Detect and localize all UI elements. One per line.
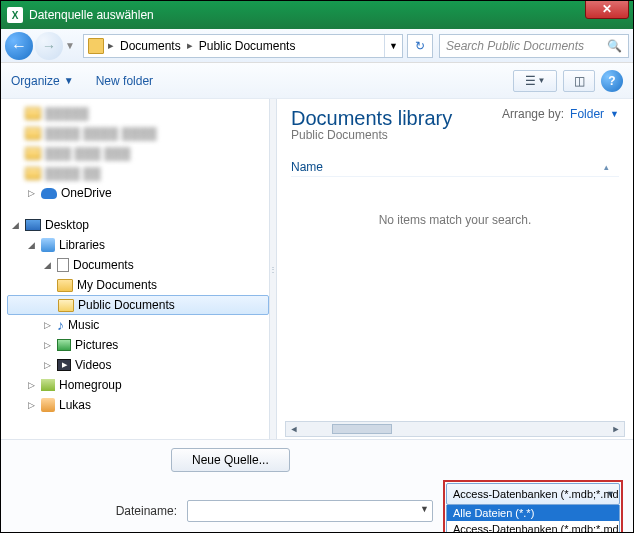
organize-menu[interactable]: Organize ▼ — [11, 74, 74, 88]
filename-input[interactable]: ▼ — [187, 500, 433, 522]
chevron-right-icon[interactable]: ▸ — [108, 39, 114, 52]
excel-icon: X — [7, 7, 23, 23]
tree-item-desktop[interactable]: ◢Desktop — [7, 215, 269, 235]
tree-label: Videos — [75, 358, 111, 372]
help-button[interactable]: ? — [601, 70, 623, 92]
library-subtitle: Public Documents — [291, 128, 452, 142]
expand-toggle[interactable]: ▷ — [25, 188, 37, 198]
folder-icon — [57, 279, 73, 292]
organize-label: Organize — [11, 74, 60, 88]
arrow-right-icon: → — [42, 38, 56, 54]
tree-item[interactable]: ▓▓▓▓ ▓▓▓▓ ▓▓▓▓ — [7, 123, 269, 143]
expand-toggle[interactable]: ◢ — [41, 260, 53, 270]
filetype-option[interactable]: Alle Dateien (*.*) — [447, 505, 619, 521]
scroll-left-icon[interactable]: ◄ — [286, 424, 302, 434]
breadcrumb-item[interactable]: Documents — [118, 39, 183, 53]
folder-open-icon — [58, 299, 74, 312]
folder-icon — [25, 167, 41, 180]
window-title: Datenquelle auswählen — [29, 8, 154, 22]
breadcrumb[interactable]: ▸ Documents ▸ Public Documents ▼ — [83, 34, 403, 58]
scrollbar-thumb[interactable] — [332, 424, 392, 434]
tree-item-documents[interactable]: ◢Documents — [7, 255, 269, 275]
bottom-panel: Neue Quelle... Dateiname: ▼ Access-Daten… — [1, 439, 633, 533]
expand-toggle[interactable]: ▷ — [41, 360, 53, 370]
folder-icon — [25, 107, 41, 120]
tree-label: Homegroup — [59, 378, 122, 392]
scroll-right-icon[interactable]: ► — [608, 424, 624, 434]
titlebar: X Datenquelle auswählen ✕ — [1, 1, 633, 29]
column-name-label: Name — [291, 160, 323, 174]
tree-label: Desktop — [45, 218, 89, 232]
document-icon — [57, 258, 69, 272]
filetype-highlight: Access-Datenbanken (*.mdb;*.mde;*.accdb)… — [443, 480, 623, 533]
tree-item-libraries[interactable]: ◢Libraries — [7, 235, 269, 255]
horizontal-scrollbar[interactable]: ◄ ► — [285, 421, 625, 437]
onedrive-icon — [41, 188, 57, 199]
filetype-option[interactable]: Access-Datenbanken (*.mdb;*.mde;*.accdb) — [447, 521, 619, 533]
refresh-button[interactable]: ↻ — [407, 34, 433, 58]
column-header-name[interactable]: Name ▴ — [291, 158, 619, 177]
file-list-pane: Documents library Public Documents Arran… — [277, 99, 633, 439]
list-view-icon: ☰ — [525, 74, 536, 88]
sort-indicator-icon: ▴ — [604, 162, 609, 172]
search-input[interactable]: Search Public Documents 🔍 — [439, 34, 629, 58]
chevron-down-icon: ▼ — [606, 489, 615, 499]
expand-toggle[interactable]: ▷ — [41, 340, 53, 350]
expand-toggle[interactable]: ▷ — [41, 320, 53, 330]
close-button[interactable]: ✕ — [585, 0, 629, 19]
desktop-icon — [25, 219, 41, 231]
chevron-down-icon: ▼ — [64, 75, 74, 86]
expand-toggle[interactable]: ▷ — [25, 380, 37, 390]
chevron-down-icon[interactable]: ▼ — [420, 504, 429, 514]
libraries-icon — [41, 238, 55, 252]
new-folder-button[interactable]: New folder — [96, 74, 153, 88]
videos-icon: ▶ — [57, 359, 71, 371]
folder-icon — [25, 127, 41, 140]
arrange-by-dropdown[interactable]: Arrange by: Folder ▼ — [502, 107, 619, 121]
preview-pane-icon: ◫ — [574, 74, 585, 88]
tree-item-onedrive[interactable]: ▷OneDrive — [7, 183, 269, 203]
tree-label: Pictures — [75, 338, 118, 352]
music-icon: ♪ — [57, 318, 64, 332]
chevron-down-icon: ▼ — [389, 41, 398, 51]
close-icon: ✕ — [602, 2, 612, 16]
tree-label: Lukas — [59, 398, 91, 412]
tree-item-videos[interactable]: ▷▶Videos — [7, 355, 269, 375]
filetype-option-list: Alle Dateien (*.*) Access-Datenbanken (*… — [446, 505, 620, 533]
tree-item-music[interactable]: ▷♪Music — [7, 315, 269, 335]
pictures-icon — [57, 339, 71, 351]
breadcrumb-item[interactable]: Public Documents — [197, 39, 298, 53]
help-icon: ? — [608, 74, 615, 88]
expand-toggle[interactable]: ▷ — [25, 400, 37, 410]
new-source-button[interactable]: Neue Quelle... — [171, 448, 290, 472]
splitter[interactable]: ⋮ — [269, 99, 277, 439]
tree-item-homegroup[interactable]: ▷Homegroup — [7, 375, 269, 395]
library-title: Documents library — [291, 107, 452, 130]
tree-item-pictures[interactable]: ▷Pictures — [7, 335, 269, 355]
navigation-tree[interactable]: ▓▓▓▓▓ ▓▓▓▓ ▓▓▓▓ ▓▓▓▓ ▓▓▓ ▓▓▓ ▓▓▓ ▓▓▓▓ ▓▓… — [1, 99, 269, 439]
history-dropdown[interactable]: ▼ — [65, 40, 75, 51]
forward-button[interactable]: → — [35, 32, 63, 60]
expand-toggle[interactable]: ◢ — [25, 240, 37, 250]
tree-item-public-documents[interactable]: Public Documents — [7, 295, 269, 315]
new-folder-label: New folder — [96, 74, 153, 88]
filetype-selected: Access-Datenbanken (*.mdb;*.mde;*.accdb) — [453, 488, 620, 500]
filetype-dropdown[interactable]: Access-Datenbanken (*.mdb;*.mde;*.accdb)… — [446, 483, 620, 505]
folder-icon — [88, 38, 104, 54]
view-mode-button[interactable]: ☰ ▼ — [513, 70, 557, 92]
tree-item-my-documents[interactable]: My Documents — [7, 275, 269, 295]
tree-item[interactable]: ▓▓▓ ▓▓▓ ▓▓▓ — [7, 143, 269, 163]
tree-item[interactable]: ▓▓▓▓ ▓▓ — [7, 163, 269, 183]
chevron-down-icon: ▼ — [610, 109, 619, 119]
back-button[interactable]: ← — [5, 32, 33, 60]
preview-pane-button[interactable]: ◫ — [563, 70, 595, 92]
expand-toggle[interactable]: ◢ — [9, 220, 21, 230]
chevron-right-icon[interactable]: ▸ — [187, 39, 193, 52]
tree-item-user[interactable]: ▷Lukas — [7, 395, 269, 415]
empty-message: No items match your search. — [291, 213, 619, 227]
new-source-label: Neue Quelle... — [192, 453, 269, 467]
tree-label: Public Documents — [78, 298, 175, 312]
address-dropdown[interactable]: ▼ — [384, 35, 402, 57]
tree-label: Music — [68, 318, 99, 332]
tree-item[interactable]: ▓▓▓▓▓ — [7, 103, 269, 123]
